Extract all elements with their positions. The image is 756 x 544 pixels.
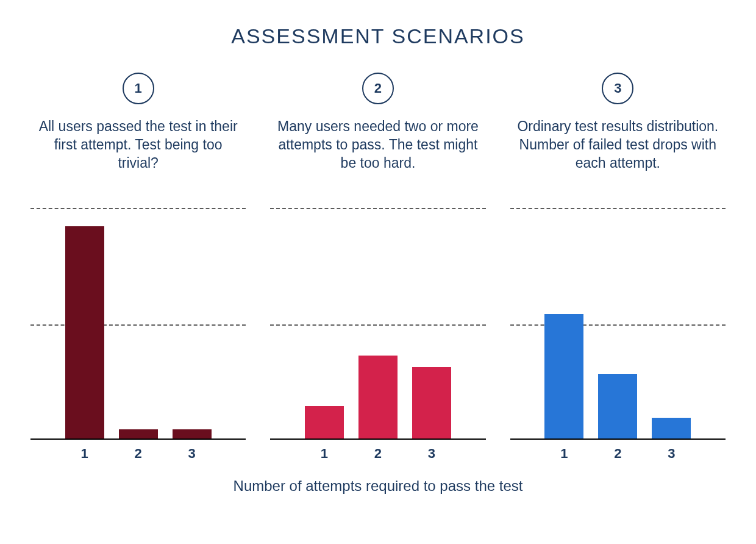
- bar: [305, 406, 344, 438]
- bar-chart-1: 1 2 3: [30, 208, 246, 462]
- x-tick-labels: 1 2 3: [30, 446, 246, 462]
- x-tick-label: 3: [412, 446, 451, 462]
- panels-row: 1 All users passed the test in their fir…: [18, 73, 738, 462]
- x-axis-line: [510, 438, 726, 440]
- bar: [173, 429, 212, 438]
- scenario-panel-1: 1 All users passed the test in their fir…: [30, 73, 246, 462]
- bar: [412, 367, 451, 438]
- x-tick-label: 2: [358, 446, 398, 462]
- bar-chart-3: 1 2 3: [510, 208, 726, 462]
- plot-area: [30, 208, 246, 440]
- scenario-panel-3: 3 Ordinary test results distribution. Nu…: [510, 73, 726, 462]
- scenario-panel-2: 2 Many users needed two or more attempts…: [270, 73, 485, 462]
- x-axis-line: [30, 438, 246, 440]
- scenario-badge-3: 3: [602, 73, 633, 104]
- x-tick-label: 1: [544, 446, 583, 462]
- x-tick-label: 3: [173, 446, 212, 462]
- x-axis-line: [270, 438, 485, 440]
- scenario-badge-1: 1: [123, 73, 154, 104]
- scenario-badge-2: 2: [362, 73, 394, 104]
- x-tick-labels: 1 2 3: [510, 446, 726, 462]
- scenario-description-2: Many users needed two or more attempts t…: [270, 118, 485, 191]
- x-tick-label: 2: [598, 446, 637, 462]
- bar: [544, 314, 583, 438]
- bars-group: [510, 208, 726, 438]
- bar: [652, 418, 691, 438]
- bar: [598, 374, 637, 438]
- x-tick-label: 2: [119, 446, 158, 462]
- scenario-description-1: All users passed the test in their first…: [30, 118, 246, 191]
- x-tick-label: 1: [305, 446, 344, 462]
- x-tick-labels: 1 2 3: [270, 446, 485, 462]
- bar: [65, 226, 104, 438]
- bar: [119, 429, 158, 438]
- bar-chart-2: 1 2 3: [270, 208, 485, 462]
- page-title: ASSESSMENT SCENARIOS: [18, 24, 738, 48]
- bars-group: [270, 208, 485, 438]
- x-tick-label: 1: [65, 446, 104, 462]
- x-axis-label: Number of attempts required to pass the …: [18, 478, 738, 495]
- x-tick-label: 3: [652, 446, 691, 462]
- scenario-description-3: Ordinary test results distribution. Numb…: [510, 118, 726, 191]
- bar: [358, 356, 398, 438]
- plot-area: [510, 208, 726, 440]
- bars-group: [30, 208, 246, 438]
- plot-area: [270, 208, 485, 440]
